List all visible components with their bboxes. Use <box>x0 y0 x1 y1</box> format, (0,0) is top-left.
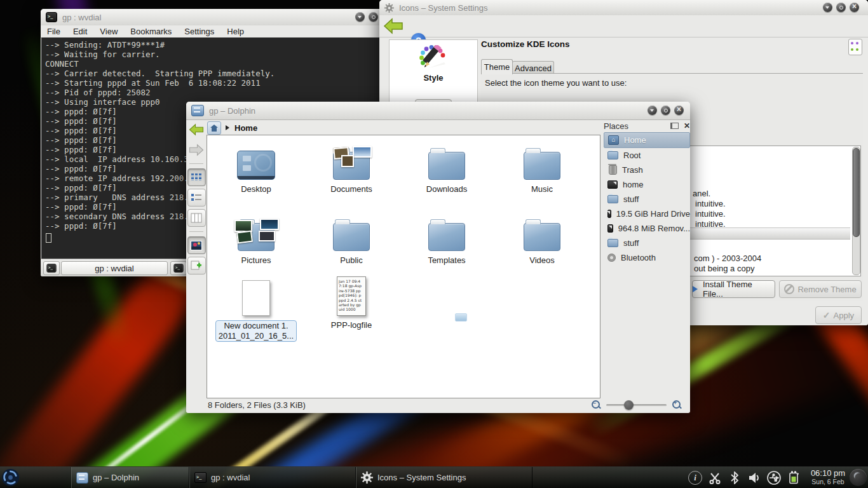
taskbar-task-wvdial[interactable]: gp : wvdial <box>189 467 356 488</box>
place-home[interactable]: ⌂ Home <box>604 132 690 148</box>
icons-view-icon <box>191 172 202 182</box>
hard-drive-icon <box>607 180 618 189</box>
menu-settings[interactable]: Settings <box>178 27 220 36</box>
apply-button[interactable]: ✓ Apply <box>815 306 862 324</box>
konsole-titlebar[interactable]: gp : wvdial <box>41 9 384 26</box>
taskbar-task-dolphin[interactable]: gp – Dolphin <box>71 467 189 488</box>
place-home-partition[interactable]: home <box>604 177 690 192</box>
remove-theme-button[interactable]: Remove Theme <box>779 280 862 298</box>
dolphin-window: gp – Dolphin Home <box>186 102 690 413</box>
folder-item-public[interactable]: Public <box>304 212 399 266</box>
icon-size-widget[interactable] <box>848 39 862 55</box>
detach-panel-icon[interactable] <box>670 123 679 129</box>
menu-help[interactable]: Help <box>220 27 250 36</box>
dot-icon <box>851 48 853 51</box>
usb-device-icon[interactable] <box>766 470 782 485</box>
columns-view-button[interactable] <box>187 209 206 227</box>
folder-item-desktop[interactable]: Desktop <box>208 140 304 194</box>
maximize-button[interactable] <box>661 105 670 115</box>
folder-icon <box>428 152 465 180</box>
app-launcher-button[interactable] <box>1 468 20 487</box>
trash-icon <box>609 165 617 175</box>
tab-theme[interactable]: Theme <box>481 59 513 74</box>
folder-item-pictures[interactable]: Pictures <box>208 212 304 266</box>
terminal-line: --> Sending: ATDT*99***1# <box>45 40 383 50</box>
dolphin-titlebar[interactable]: gp – Dolphin <box>186 102 690 120</box>
bluetooth-icon[interactable] <box>727 470 742 485</box>
home-icon[interactable] <box>207 121 221 135</box>
folder-item-documents[interactable]: Documents <box>304 140 399 194</box>
place-removable-drive[interactable]: 964.8 MiB Remov... <box>604 221 690 236</box>
details-view-button[interactable] <box>187 189 206 207</box>
volume-icon[interactable] <box>747 470 762 485</box>
back-button[interactable] <box>187 121 206 139</box>
file-item-ppp-logfile[interactable]: Jan 17 09:4 7:18 gp-Asp ire-5738 pp pd[1… <box>304 273 399 330</box>
place-stuff-2[interactable]: stuff <box>604 236 690 250</box>
zoom-out-icon[interactable]: – <box>591 400 601 410</box>
konsole-tab[interactable]: gp : wvdial <box>61 261 168 275</box>
info-icon[interactable]: i <box>688 470 703 485</box>
maximize-button[interactable] <box>369 12 378 22</box>
menu-edit[interactable]: Edit <box>67 27 93 36</box>
close-panel-icon[interactable]: ✕ <box>684 121 690 130</box>
file-item-new-document[interactable]: New document 1.2011_01_20_16_5... <box>208 276 304 342</box>
scrollbar[interactable] <box>852 147 860 275</box>
forward-button[interactable] <box>187 141 206 159</box>
place-root[interactable]: Root <box>604 148 690 163</box>
zoom-slider-handle[interactable] <box>624 400 634 410</box>
scrollbar-thumb[interactable] <box>853 148 860 237</box>
konsole-icon <box>46 264 56 273</box>
tab-list-button[interactable] <box>170 261 187 275</box>
panel-cashew-button[interactable] <box>850 469 867 486</box>
folder-icon <box>607 195 618 203</box>
folder-item-templates[interactable]: Templates <box>399 212 494 266</box>
folder-label: Pictures <box>208 255 304 266</box>
split-view-button[interactable] <box>187 257 206 274</box>
columns-view-icon <box>191 213 202 223</box>
place-bluetooth[interactable]: Bluetooth <box>604 250 690 265</box>
status-text: 8 Folders, 2 Files (3.3 KiB) <box>208 400 306 410</box>
blank-document-icon <box>242 280 270 316</box>
close-button[interactable] <box>850 3 859 12</box>
minimize-button[interactable] <box>648 105 657 115</box>
icons-view-button[interactable] <box>187 168 206 186</box>
menu-view[interactable]: View <box>93 27 124 36</box>
clock[interactable]: 06:10 pm Sun, 6 Feb <box>808 468 848 485</box>
install-theme-button[interactable]: Install Theme File... <box>692 280 775 298</box>
close-button[interactable] <box>674 105 684 115</box>
no-entry-icon <box>784 284 794 294</box>
konsole-title: gp : wvdial <box>62 13 101 22</box>
minimize-button[interactable] <box>355 12 365 22</box>
taskbar: gp – Dolphin gp : wvdial Icons – System … <box>0 466 868 488</box>
place-trash[interactable]: Trash <box>604 163 690 177</box>
place-stuff[interactable]: stuff <box>604 192 690 207</box>
menu-bookmarks[interactable]: Bookmarks <box>124 27 178 36</box>
place-label: 19.5 GiB Hard Drive <box>616 209 690 219</box>
zoom-in-icon[interactable]: + <box>672 400 682 410</box>
preview-button[interactable] <box>187 236 206 254</box>
place-hard-drive[interactable]: 19.5 GiB Hard Drive <box>604 207 690 221</box>
menu-file[interactable]: File <box>41 27 67 36</box>
desktop-folder-icon <box>237 151 275 180</box>
minimize-button[interactable] <box>823 3 832 12</box>
folder-item-videos[interactable]: Videos <box>494 212 590 266</box>
battery-icon[interactable] <box>786 470 801 485</box>
maximize-button[interactable] <box>836 3 846 12</box>
remove-theme-label: Remove Theme <box>797 285 856 294</box>
folder-label: Documents <box>304 184 399 194</box>
new-tab-button[interactable] <box>43 261 60 275</box>
dot-icon <box>856 48 858 51</box>
system-settings-titlebar[interactable]: Icons – System Settings <box>379 0 868 16</box>
breadcrumb-home[interactable]: Home <box>234 123 257 133</box>
zoom-slider[interactable] <box>606 404 667 406</box>
terminal-line: --> Carrier detected. Starting PPP immed… <box>45 69 383 78</box>
sidebar-item-style[interactable]: Style <box>390 40 477 83</box>
taskbar-task-system-settings[interactable]: Icons – System Settings <box>356 467 532 488</box>
back-icon[interactable] <box>383 18 403 34</box>
arrow-right-icon <box>693 286 701 292</box>
folder-view[interactable]: Desktop Documents Downloads Music <box>207 135 600 398</box>
tab-advanced[interactable]: Advanced <box>512 61 554 74</box>
folder-item-downloads[interactable]: Downloads <box>399 140 494 194</box>
klipper-scissors-icon[interactable] <box>707 470 722 485</box>
folder-item-music[interactable]: Music <box>494 140 590 194</box>
